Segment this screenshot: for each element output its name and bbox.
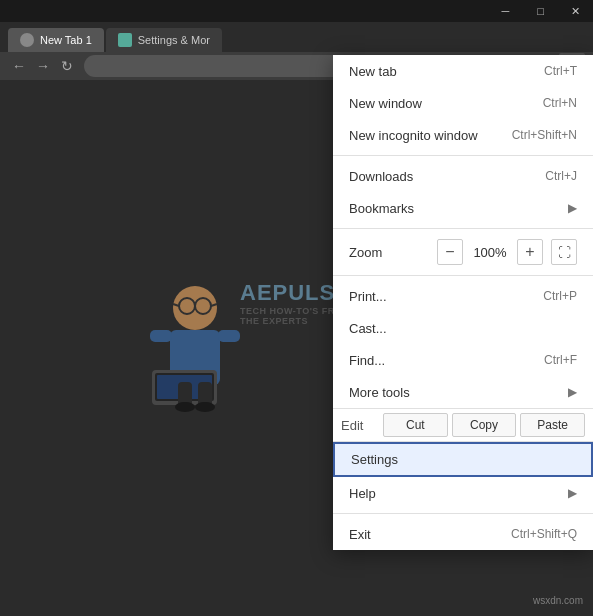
find-item[interactable]: Find... Ctrl+F	[333, 344, 593, 376]
tab-title-2: Settings & Mor	[138, 34, 210, 46]
zoom-label: Zoom	[349, 245, 382, 260]
more-tools-item[interactable]: More tools ▶	[333, 376, 593, 408]
find-label: Find...	[349, 353, 385, 368]
new-tab-shortcut: Ctrl+T	[544, 64, 577, 78]
cast-label: Cast...	[349, 321, 387, 336]
more-tools-arrow-icon: ▶	[568, 385, 577, 399]
paste-button[interactable]: Paste	[520, 413, 585, 437]
copy-button[interactable]: Copy	[452, 413, 517, 437]
tabs-bar: New Tab 1 Settings & Mor	[0, 22, 593, 52]
svg-point-15	[175, 402, 195, 412]
new-window-item[interactable]: New window Ctrl+N	[333, 87, 593, 119]
print-label: Print...	[349, 289, 387, 304]
edit-row: Edit Cut Copy Paste	[333, 408, 593, 442]
maximize-button[interactable]: □	[523, 0, 558, 22]
downloads-shortcut: Ctrl+J	[545, 169, 577, 183]
new-incognito-shortcut: Ctrl+Shift+N	[512, 128, 577, 142]
zoom-controls: − 100% + ⛶	[437, 239, 577, 265]
zoom-out-button[interactable]: −	[437, 239, 463, 265]
svg-rect-9	[218, 330, 240, 342]
exit-shortcut: Ctrl+Shift+Q	[511, 527, 577, 541]
new-window-label: New window	[349, 96, 422, 111]
divider-1	[333, 155, 593, 156]
new-incognito-label: New incognito window	[349, 128, 478, 143]
downloads-label: Downloads	[349, 169, 413, 184]
print-shortcut: Ctrl+P	[543, 289, 577, 303]
zoom-in-button[interactable]: +	[517, 239, 543, 265]
new-incognito-item[interactable]: New incognito window Ctrl+Shift+N	[333, 119, 593, 151]
back-button[interactable]: ←	[8, 55, 30, 77]
edit-label: Edit	[341, 418, 371, 433]
divider-2	[333, 228, 593, 229]
downloads-item[interactable]: Downloads Ctrl+J	[333, 160, 593, 192]
tab-favicon-2	[118, 33, 132, 47]
more-tools-label: More tools	[349, 385, 410, 400]
exit-item[interactable]: Exit Ctrl+Shift+Q	[333, 518, 593, 550]
bookmarks-arrow-icon: ▶	[568, 201, 577, 215]
close-button[interactable]: ✕	[558, 0, 593, 22]
figure-illustration	[130, 260, 260, 424]
tab-title-1: New Tab 1	[40, 34, 92, 46]
cast-item[interactable]: Cast...	[333, 312, 593, 344]
new-tab-item[interactable]: New tab Ctrl+T	[333, 55, 593, 87]
minimize-button[interactable]: ─	[488, 0, 523, 22]
cut-button[interactable]: Cut	[383, 413, 448, 437]
site-watermark: wsxdn.com	[533, 595, 583, 606]
find-shortcut: Ctrl+F	[544, 353, 577, 367]
svg-rect-8	[150, 330, 172, 342]
fullscreen-button[interactable]: ⛶	[551, 239, 577, 265]
settings-label: Settings	[351, 452, 398, 467]
titlebar: ─ □ ✕	[0, 0, 593, 22]
reload-button[interactable]: ↻	[56, 55, 78, 77]
help-item[interactable]: Help ▶	[333, 477, 593, 509]
divider-3	[333, 275, 593, 276]
print-item[interactable]: Print... Ctrl+P	[333, 280, 593, 312]
bookmarks-item[interactable]: Bookmarks ▶	[333, 192, 593, 224]
forward-button[interactable]: →	[32, 55, 54, 77]
divider-4	[333, 513, 593, 514]
svg-point-16	[195, 402, 215, 412]
help-arrow-icon: ▶	[568, 486, 577, 500]
settings-item[interactable]: Settings	[333, 442, 593, 477]
bookmarks-label: Bookmarks	[349, 201, 414, 216]
help-label: Help	[349, 486, 376, 501]
tab-1[interactable]: New Tab 1	[8, 28, 104, 52]
zoom-row: Zoom − 100% + ⛶	[333, 233, 593, 271]
new-tab-label: New tab	[349, 64, 397, 79]
tab-favicon-1	[20, 33, 34, 47]
zoom-value: 100%	[471, 245, 509, 260]
new-window-shortcut: Ctrl+N	[543, 96, 577, 110]
tab-2[interactable]: Settings & Mor	[106, 28, 222, 52]
chrome-dropdown-menu: New tab Ctrl+T New window Ctrl+N New inc…	[333, 55, 593, 550]
exit-label: Exit	[349, 527, 371, 542]
nav-buttons: ← → ↻	[8, 55, 78, 77]
